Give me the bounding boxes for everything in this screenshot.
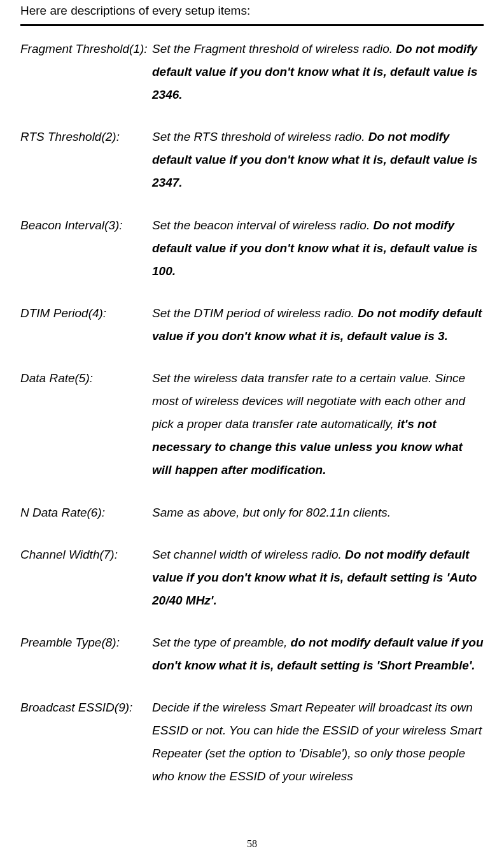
- text: Same as above, but only for 802.11n clie…: [152, 506, 391, 519]
- definition-description: Set the wireless data transfer rate to a…: [152, 367, 484, 482]
- definition-description: Decide if the wireless Smart Repeater wi…: [152, 696, 484, 788]
- text: Decide if the wireless Smart Repeater wi…: [152, 701, 482, 783]
- definition-term: Channel Width(7):: [20, 543, 152, 566]
- text: Set the Fragment threshold of wireless r…: [152, 42, 396, 55]
- definition-row: Broadcast ESSID(9):Decide if the wireles…: [20, 696, 484, 788]
- definition-row: Fragment Threshold(1):Set the Fragment t…: [20, 38, 484, 106]
- text: Set the DTIM period of wireless radio.: [152, 306, 358, 320]
- definition-term: Beacon Interval(3):: [20, 214, 152, 237]
- definition-description: Set the DTIM period of wireless radio. D…: [152, 302, 484, 348]
- definition-description: Set the Fragment threshold of wireless r…: [152, 38, 484, 106]
- definition-list: Fragment Threshold(1):Set the Fragment t…: [20, 38, 484, 788]
- divider: [20, 24, 484, 26]
- document-page: Here are descriptions of every setup ite…: [0, 0, 504, 865]
- text: Set the type of preamble,: [152, 636, 291, 649]
- definition-row: Data Rate(5):Set the wireless data trans…: [20, 367, 484, 482]
- definition-term: N Data Rate(6):: [20, 501, 152, 524]
- definition-term: RTS Threshold(2):: [20, 125, 152, 148]
- definition-description: Set channel width of wireless radio. Do …: [152, 543, 484, 612]
- definition-row: N Data Rate(6):Same as above, but only f…: [20, 501, 484, 524]
- definition-row: RTS Threshold(2):Set the RTS threshold o…: [20, 125, 484, 194]
- text: Set channel width of wireless radio.: [152, 548, 345, 561]
- definition-description: Same as above, but only for 802.11n clie…: [152, 501, 484, 524]
- definition-description: Set the RTS threshold of wireless radio.…: [152, 125, 484, 194]
- definition-term: Preamble Type(8):: [20, 631, 152, 654]
- definition-term: DTIM Period(4):: [20, 302, 152, 325]
- definition-description: Set the type of preamble, do not modify …: [152, 631, 484, 677]
- definition-row: Preamble Type(8):Set the type of preambl…: [20, 631, 484, 677]
- definition-row: Channel Width(7):Set channel width of wi…: [20, 543, 484, 612]
- text: Set the beacon interval of wireless radi…: [152, 218, 373, 232]
- intro-text: Here are descriptions of every setup ite…: [20, 4, 484, 18]
- definition-row: Beacon Interval(3):Set the beacon interv…: [20, 214, 484, 283]
- definition-term: Fragment Threshold(1):: [20, 38, 152, 61]
- text: Set the RTS threshold of wireless radio.: [152, 130, 368, 143]
- page-number: 58: [0, 838, 504, 850]
- definition-row: DTIM Period(4):Set the DTIM period of wi…: [20, 302, 484, 348]
- definition-term: Data Rate(5):: [20, 367, 152, 390]
- definition-description: Set the beacon interval of wireless radi…: [152, 214, 484, 283]
- definition-term: Broadcast ESSID(9):: [20, 696, 152, 719]
